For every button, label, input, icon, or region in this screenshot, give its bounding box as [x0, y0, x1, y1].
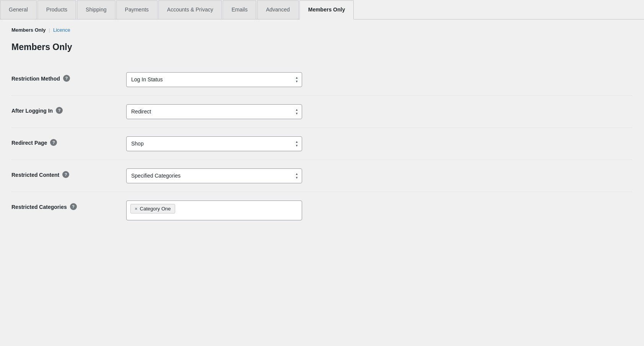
tab-general[interactable]: General [0, 0, 37, 19]
help-icon-restriction-method[interactable]: ? [63, 75, 70, 82]
label-after-logging-in: After Logging In [11, 108, 53, 114]
tab-accounts-privacy[interactable]: Accounts & Privacy [158, 0, 222, 19]
label-restricted-content: Restricted Content [11, 172, 59, 178]
select-wrapper-after-logging-in: RedirectStay on PageGo to Account [126, 104, 302, 119]
settings-row-restricted-categories: Restricted Categories?×Category One [11, 192, 633, 229]
settings-table: Restriction Method?Log In StatusRole Bas… [11, 64, 633, 229]
select-redirect-page[interactable]: ShopHomeAccountCustom [126, 136, 302, 151]
tab-navigation: GeneralProductsShippingPaymentsAccounts … [0, 0, 644, 19]
tags-input-restricted-categories[interactable]: ×Category One [126, 200, 302, 220]
breadcrumb-current: Members Only [11, 27, 46, 33]
page-wrapper: GeneralProductsShippingPaymentsAccounts … [0, 0, 644, 346]
label-restricted-categories: Restricted Categories [11, 204, 67, 210]
select-restricted-content[interactable]: Specified CategoriesAll ProductsAll Cont… [126, 168, 302, 183]
content-area: Members Only | Licence Members Only Rest… [0, 19, 644, 241]
select-wrapper-restriction-method: Log In StatusRole BasedMembership [126, 72, 302, 87]
tab-members-only[interactable]: Members Only [299, 0, 354, 19]
help-icon-after-logging-in[interactable]: ? [56, 107, 63, 114]
tag-label: Category One [140, 206, 171, 212]
breadcrumb-separator: | [49, 27, 50, 33]
tab-payments[interactable]: Payments [116, 0, 158, 19]
page-title: Members Only [11, 42, 633, 52]
tab-emails[interactable]: Emails [223, 0, 256, 19]
help-icon-restricted-content[interactable]: ? [62, 171, 69, 178]
tag-remove-button[interactable]: × [135, 206, 138, 211]
label-restriction-method: Restriction Method [11, 76, 60, 82]
settings-row-after-logging-in: After Logging In?RedirectStay on PageGo … [11, 95, 633, 128]
tab-products[interactable]: Products [37, 0, 76, 19]
settings-row-restricted-content: Restricted Content?Specified CategoriesA… [11, 160, 633, 192]
select-after-logging-in[interactable]: RedirectStay on PageGo to Account [126, 104, 302, 119]
settings-row-restriction-method: Restriction Method?Log In StatusRole Bas… [11, 64, 633, 96]
tag-item: ×Category One [130, 204, 175, 213]
select-wrapper-redirect-page: ShopHomeAccountCustom [126, 136, 302, 151]
breadcrumb: Members Only | Licence [11, 27, 633, 33]
settings-row-redirect-page: Redirect Page?ShopHomeAccountCustom [11, 128, 633, 160]
help-icon-restricted-categories[interactable]: ? [70, 203, 77, 210]
settings-form: Restriction Method?Log In StatusRole Bas… [11, 64, 633, 229]
select-restriction-method[interactable]: Log In StatusRole BasedMembership [126, 72, 302, 87]
select-wrapper-restricted-content: Specified CategoriesAll ProductsAll Cont… [126, 168, 302, 183]
breadcrumb-link[interactable]: Licence [53, 27, 70, 33]
label-redirect-page: Redirect Page [11, 140, 47, 146]
tab-advanced[interactable]: Advanced [257, 0, 298, 19]
tab-shipping[interactable]: Shipping [77, 0, 115, 19]
help-icon-redirect-page[interactable]: ? [50, 139, 57, 146]
